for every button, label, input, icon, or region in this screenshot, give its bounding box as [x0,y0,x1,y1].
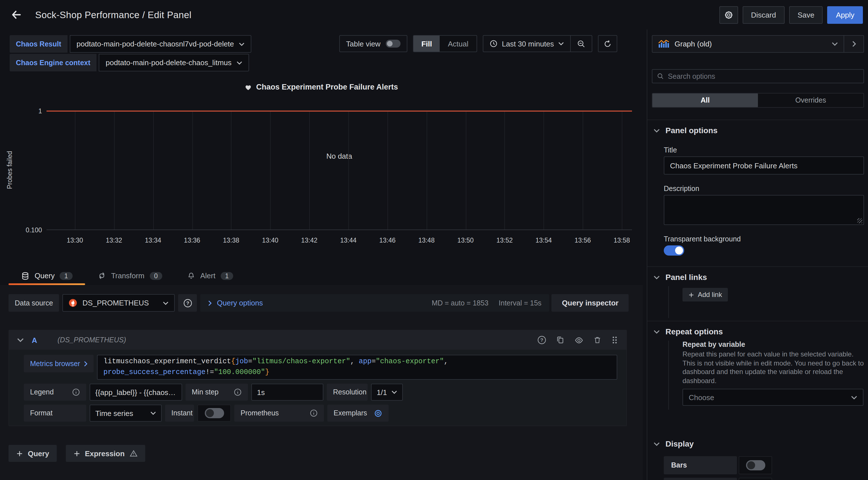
legend-options-row: Legend Min step Resolution 1/1 [24,384,617,401]
help-circle-icon: ? [183,298,192,307]
grafana-edit-panel: Sock-Shop Performance / Edit Panel Disca… [0,0,868,480]
datasource-picker[interactable]: DS_PROMETHEUS [63,294,175,312]
add-query-button[interactable]: Query [8,445,57,462]
table-view-toggle-group: Table view [339,35,407,52]
tab-overrides[interactable]: Overrides [758,94,864,107]
chevron-down-icon [654,442,660,446]
panel-title-input[interactable] [664,157,864,175]
format-value: Time series [95,409,133,417]
time-range-picker[interactable]: Last 30 minutes [483,36,570,52]
tab-label: Transform [111,271,145,280]
query-row-header[interactable]: A (DS_PROMETHEUS) ? [9,331,626,350]
add-link-label: Add link [698,291,722,299]
variable-value-dropdown[interactable]: podtato-main-pod-delete-chaosnl7vd-pod-d… [70,35,252,53]
save-button[interactable]: Save [789,6,823,24]
x-tick-label: 13:54 [535,237,552,244]
format-select[interactable]: Time series [90,405,162,422]
visualization-picker[interactable]: Graph (old) [652,35,864,53]
x-axis: 13:3013:3213:3413:3613:3813:4013:4213:44… [46,237,632,246]
tab-query[interactable]: Query 1 [8,266,85,285]
angle-right-icon [209,300,212,306]
transparent-background-label: Transparent background [664,235,741,243]
resize-handle-icon[interactable] [857,218,862,223]
plot-area[interactable]: No data [46,111,632,230]
back-button[interactable] [9,7,24,22]
transparent-background-switch[interactable] [664,245,684,255]
panel-options-header[interactable]: Panel options [654,126,718,135]
zoom-out-icon [577,39,586,48]
section-guide-line [668,341,669,410]
collapse-pane-button[interactable] [844,36,864,52]
exemplars-eye-icon[interactable] [374,409,382,417]
eye-icon[interactable] [574,336,584,344]
apply-button[interactable]: Apply [828,6,863,24]
options-search[interactable] [652,69,864,83]
x-tick-label: 13:58 [614,237,630,244]
instant-chip: Instant [165,405,194,422]
gridline-vertical [426,112,427,230]
duplicate-icon[interactable] [556,336,564,345]
query-options-toggle[interactable]: Query options [209,299,263,307]
panel-links-header[interactable]: Panel links [654,273,707,282]
bars-switch[interactable] [746,460,765,470]
query-inspector-button[interactable]: Query inspector [552,294,629,312]
tab-all[interactable]: All [652,94,758,107]
trash-icon[interactable] [593,336,601,345]
metrics-browser-button[interactable]: Metrics browser [24,355,94,372]
datasource-help-button[interactable]: ? [179,294,197,312]
plus-icon [73,450,80,457]
actual-button[interactable]: Actual [440,36,476,52]
legend-input[interactable] [90,384,182,401]
resolution-select[interactable]: 1/1 [371,384,403,401]
help-circle-icon[interactable]: ? [537,336,546,345]
discard-button[interactable]: Discard [743,6,785,24]
datasource-value: DS_PROMETHEUS [83,299,149,307]
expression-token: = [372,357,376,366]
fill-button[interactable]: Fill [413,36,440,52]
tab-alert[interactable]: Alert 1 [175,266,246,285]
metrics-browser-label: Metrics browser [30,359,80,368]
chevron-down-icon [237,61,242,64]
query-datasource-hint: (DS_PROMETHEUS) [58,336,126,344]
chevron-down-icon [150,411,156,415]
gridline-vertical [348,112,349,230]
engine-chip: Prometheus [234,405,324,422]
variable-label: Chaos Result [10,35,67,53]
time-controls: Last 30 minutes [483,35,593,52]
instant-switch[interactable] [205,408,224,418]
drag-handle-icon[interactable] [611,336,618,345]
gridline-vertical [388,112,388,230]
expression-token: job [236,357,248,366]
refresh-button[interactable] [598,35,618,52]
x-tick-label: 13:32 [106,237,122,244]
chevron-down-icon [654,275,660,279]
display-header[interactable]: Display [654,439,694,448]
variable-value-dropdown[interactable]: podtato-main-pod-delete-chaos_litmus [99,54,249,71]
panel-settings-button[interactable] [719,6,738,24]
max-datapoints-summary: MD = auto = 1853 [432,299,489,307]
add-expression-button[interactable]: Expression [65,445,145,462]
query-expression[interactable]: litmuschaos_experiment_verdict{job="litm… [97,355,617,380]
options-search-input[interactable] [668,72,859,80]
chevron-down-icon [239,42,245,46]
chart-title: Chaos Experiment Probe Failure Alerts [256,83,398,91]
exemplars-chip: Exemplars [327,405,389,422]
gridline-vertical [465,112,466,230]
top-bar: Sock-Shop Performance / Edit Panel Disca… [0,0,868,30]
expression-token: , [444,357,448,366]
x-tick-label: 13:42 [301,237,318,244]
options-pane: Graph (old) All Overrides Panel options … [647,30,868,480]
zoom-out-button[interactable] [570,36,592,52]
panel-description-textarea[interactable] [664,195,864,225]
bell-icon [187,271,195,280]
datasource-row: Data source DS_PROMETHEUS ? Query option… [8,294,634,312]
search-icon [657,72,664,80]
table-view-switch[interactable] [385,40,400,47]
chevron-down-icon [851,395,857,399]
add-link-button[interactable]: Add link [682,288,727,302]
tab-transform[interactable]: Transform 0 [85,266,175,285]
repeat-variable-select[interactable]: Choose [682,389,864,406]
repeat-options-header[interactable]: Repeat options [654,327,723,336]
chart-header: Chaos Experiment Probe Failure Alerts [0,83,643,91]
min-step-input[interactable] [251,384,323,401]
